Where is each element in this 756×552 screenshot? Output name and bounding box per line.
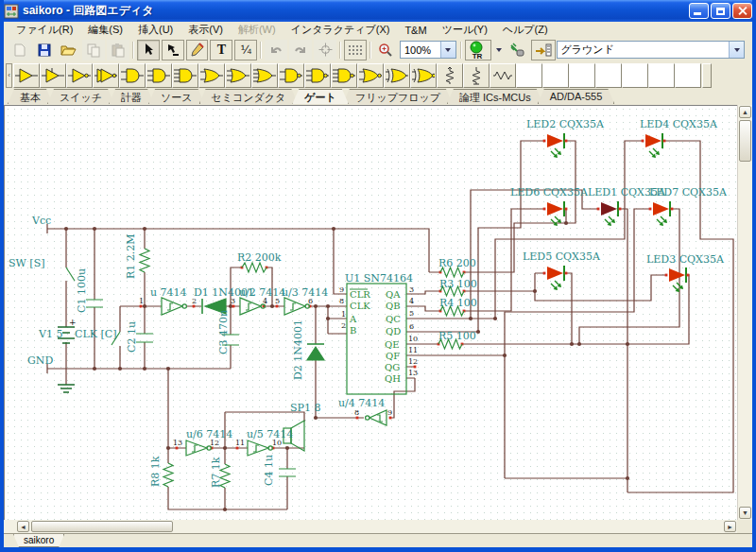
schematic-canvas[interactable]: VccSW [S]V1 5CLK [C]GNDR1 2.2MC1 100uC2 …	[4, 105, 737, 520]
palette-scroll-right[interactable]	[702, 63, 712, 88]
led-led3[interactable]	[665, 267, 690, 292]
grid-toggle[interactable]	[344, 40, 367, 60]
scroll-up-button[interactable]: ▲	[739, 106, 751, 118]
copy-button[interactable]	[82, 40, 105, 60]
component-list-button[interactable]	[531, 40, 556, 60]
tab-計器[interactable]: 計器	[109, 89, 154, 104]
menu-y[interactable]: ツール(Y)	[436, 22, 494, 38]
menu-z[interactable]: ヘルプ(Z)	[496, 22, 555, 38]
leds[interactable]	[543, 133, 690, 292]
svg-text:4: 4	[409, 297, 414, 305]
xor-button[interactable]	[384, 63, 410, 88]
open-button[interactable]	[58, 40, 80, 60]
menu-s[interactable]: 編集(S)	[81, 22, 129, 38]
svg-text:QD: QD	[386, 326, 401, 336]
tab-ゲート[interactable]: ゲート	[292, 89, 349, 104]
svg-text:5: 5	[409, 309, 414, 318]
menu-w[interactable]: 解析(W)	[232, 22, 283, 38]
tab-セミコンダクタ[interactable]: セミコンダクタ	[199, 89, 299, 104]
led-led4[interactable]	[642, 133, 666, 158]
horizontal-scroll-thumb[interactable]	[31, 521, 173, 532]
led-led2[interactable]	[543, 133, 568, 158]
tab-AD/DA-555[interactable]: AD/DA-555	[538, 89, 615, 104]
undo-button[interactable]	[265, 40, 287, 60]
redo-button[interactable]	[289, 40, 312, 60]
tab-論理 ICs-MCUs[interactable]: 論理 ICs-MCUs	[447, 89, 543, 104]
title-bar[interactable]: saikoro - 回路図エディタ	[0, 0, 756, 22]
led-led6[interactable]	[543, 201, 568, 226]
nand2-button[interactable]	[278, 63, 304, 88]
scroll-left-button[interactable]: ◄	[17, 521, 29, 532]
component-combo-drop[interactable]	[729, 42, 744, 58]
resistor-r2	[242, 263, 266, 272]
schmitt-inverter-button[interactable]	[93, 63, 119, 88]
horizontal-scrollbar[interactable]: ◄ ►	[4, 520, 737, 533]
tr-mode-button[interactable]: TR	[465, 40, 491, 60]
svg-text:LED7 CQX35A: LED7 CQX35A	[649, 186, 728, 198]
scroll-down-button[interactable]: ▼	[739, 507, 751, 519]
svg-text:A: A	[349, 314, 357, 324]
palette-scroll-left[interactable]: ‹	[6, 63, 12, 88]
or4-button[interactable]	[251, 63, 278, 88]
svg-text:U1 SN74164: U1 SN74164	[345, 272, 413, 285]
menu-v[interactable]: 表示(V)	[181, 22, 230, 38]
svg-text:V1 5: V1 5	[38, 328, 62, 340]
vertical-scrollbar[interactable]: ▲ ▼	[737, 105, 752, 520]
and4-button[interactable]	[172, 63, 198, 88]
resistor-r8	[163, 463, 173, 487]
scroll-right-button[interactable]: ►	[724, 521, 736, 532]
tri-state-buffer-button[interactable]	[40, 63, 66, 88]
menu-tm[interactable]: T&M	[398, 24, 433, 37]
text-tool[interactable]: T	[210, 40, 232, 60]
wire-tool[interactable]	[162, 40, 184, 60]
new-button[interactable]	[9, 40, 31, 60]
save-button[interactable]	[33, 40, 56, 60]
center-tool[interactable]	[314, 40, 336, 60]
and2-button[interactable]	[119, 63, 146, 88]
schematic-drawing[interactable]: VccSW [S]V1 5CLK [C]GNDR1 2.2MC1 100uC2 …	[5, 106, 737, 520]
fraction-tool[interactable]: ¼	[234, 40, 257, 60]
vertical-scroll-thumb[interactable]	[739, 120, 751, 162]
close-button[interactable]	[732, 3, 752, 19]
sheet-tab-saikoro[interactable]: saikoro	[13, 534, 64, 547]
buffer-button[interactable]	[13, 63, 40, 88]
led-led5[interactable]	[543, 266, 568, 290]
zoom-combo-drop[interactable]	[440, 42, 455, 58]
led-led7[interactable]	[649, 201, 674, 226]
led-led1[interactable]	[597, 201, 622, 226]
resistor-button[interactable]	[490, 63, 516, 88]
zoom-level-combo[interactable]: 100%	[400, 41, 456, 59]
tri-state-buffer-icon	[42, 66, 64, 85]
svg-text:D2 1N4001: D2 1N4001	[292, 319, 304, 380]
interactive-run-button[interactable]	[507, 40, 529, 60]
pull-up-button[interactable]	[437, 63, 463, 88]
paste-button[interactable]	[107, 40, 129, 60]
menu-r[interactable]: ファイル(R)	[9, 22, 79, 38]
inverter-button[interactable]	[66, 63, 93, 88]
tab-フリップフロップ[interactable]: フリップフロップ	[343, 89, 453, 104]
svg-text:1: 1	[341, 310, 346, 319]
menu-x[interactable]: インタラクティブ(X)	[284, 22, 397, 38]
select-tool[interactable]	[137, 40, 160, 60]
resistor-r1	[140, 249, 149, 272]
svg-text:+: +	[69, 318, 77, 327]
tab-ソース[interactable]: ソース	[148, 89, 205, 104]
tab-スイッチ[interactable]: スイッチ	[47, 89, 114, 104]
pencil-tool[interactable]	[186, 40, 209, 60]
or3-button[interactable]	[225, 63, 251, 88]
tab-基本[interactable]: 基本	[8, 89, 53, 104]
component-select-combo[interactable]: グラウンド	[557, 41, 745, 59]
minimize-button[interactable]	[689, 3, 709, 19]
zoom-in-button[interactable]	[374, 40, 397, 60]
pull-down-button[interactable]	[463, 63, 490, 88]
maximize-button[interactable]	[711, 3, 730, 19]
xnor-button[interactable]	[410, 63, 437, 88]
and3-button[interactable]	[146, 63, 172, 88]
tr-mode-drop[interactable]	[493, 40, 505, 60]
text-icon: T	[217, 43, 226, 58]
menu-u[interactable]: 挿入(U)	[131, 22, 180, 38]
nand4-button[interactable]	[331, 63, 357, 88]
nand3-button[interactable]	[304, 63, 331, 88]
nor2-button[interactable]	[357, 63, 384, 88]
or2-button[interactable]	[198, 63, 225, 88]
